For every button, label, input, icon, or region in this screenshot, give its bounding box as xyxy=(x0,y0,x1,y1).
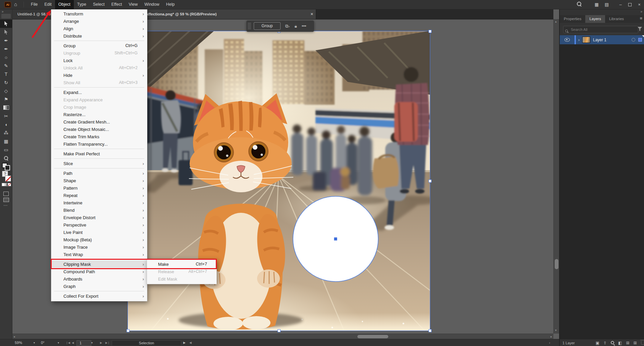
type-tool[interactable]: T xyxy=(0,70,12,78)
status-back-icon[interactable]: ◀ xyxy=(189,339,192,346)
menu-item-hide[interactable]: Hide› xyxy=(51,71,147,79)
direct-selection-tool[interactable] xyxy=(0,28,12,36)
expand-layer-icon[interactable]: › xyxy=(578,38,580,42)
arrange-documents-icon[interactable]: ▤ xyxy=(602,0,611,9)
menu-item-expand[interactable]: Expand... xyxy=(51,89,147,96)
first-artboard-icon[interactable]: ❘◀ xyxy=(66,339,70,346)
scroll-right-icon[interactable]: ▸ xyxy=(550,335,552,338)
menubar-item-effect[interactable]: Effect xyxy=(108,0,126,9)
curvature-tool[interactable]: ✒ xyxy=(0,45,12,53)
close-button[interactable]: × xyxy=(635,0,644,9)
zoom-tool[interactable] xyxy=(0,154,12,162)
collapse-panels-icon[interactable]: » xyxy=(640,10,642,13)
menu-item-envelope-distort[interactable]: Envelope Distort› xyxy=(51,214,147,221)
menu-item-lock[interactable]: Lock› xyxy=(51,57,147,64)
status-play-icon[interactable]: ▶ xyxy=(183,339,186,346)
duplicate-icon[interactable]: ⧉+ xyxy=(285,23,290,29)
make-mask-icon[interactable]: ◧ xyxy=(618,341,622,345)
menu-item-collect-for-export[interactable]: Collect For Export› xyxy=(51,292,147,300)
lock-icon[interactable]: 🔒︎ xyxy=(295,23,297,29)
selection-handle-bottom-left[interactable] xyxy=(127,329,130,332)
selection-handle-bottom-center[interactable] xyxy=(278,329,281,332)
menu-item-mockup-beta[interactable]: Mockup (Beta)› xyxy=(51,236,147,243)
group-button[interactable]: Group xyxy=(254,22,281,30)
panel-tab-libraries[interactable]: Libraries xyxy=(605,15,628,23)
search-input[interactable] xyxy=(563,26,638,33)
search-icon[interactable] xyxy=(575,0,583,9)
menu-item-rasterize[interactable]: Rasterize... xyxy=(51,111,147,118)
selection-tool[interactable] xyxy=(0,19,12,28)
menu-item-create-object-mosaic[interactable]: Create Object Mosaic... xyxy=(51,126,147,133)
menu-item-create-gradient-mesh[interactable]: Create Gradient Mesh... xyxy=(51,118,147,126)
scroll-left-icon[interactable]: ◂ xyxy=(13,335,15,338)
menu-item-distribute[interactable]: Distribute› xyxy=(51,32,147,40)
close-tab-icon[interactable]: × xyxy=(310,9,313,19)
eyedropper-tool[interactable]: ◖ xyxy=(0,120,12,129)
artboard-number[interactable]: 1 xyxy=(77,340,91,346)
gradient-tool[interactable] xyxy=(0,103,12,112)
menubar-item-file[interactable]: File xyxy=(28,0,41,9)
zoom-level[interactable]: 59% xyxy=(15,339,22,346)
panel-collapse-icon[interactable]: › xyxy=(549,339,550,346)
target-circle-icon[interactable] xyxy=(632,38,635,42)
new-layer-icon[interactable]: ⊞ xyxy=(634,341,637,345)
workspace-switcher-icon[interactable]: ▦ xyxy=(592,0,601,9)
layer-thumbnail[interactable] xyxy=(582,37,590,43)
zoom-dropdown-icon[interactable]: ▾ xyxy=(34,339,35,346)
scroll-up-icon[interactable]: ▴ xyxy=(555,20,557,23)
menu-item-transform[interactable]: Transform› xyxy=(51,10,147,17)
vertical-scrollbar-thumb[interactable] xyxy=(555,259,558,269)
ellipse-tool[interactable]: ○ xyxy=(0,53,12,61)
fill-stroke-indicator[interactable] xyxy=(2,163,11,170)
vertical-scrollbar[interactable]: ▴ ▾ xyxy=(553,19,559,334)
panel-menu-icon[interactable]: ≡ xyxy=(640,16,642,21)
paintbrush-tool[interactable]: ✎ xyxy=(0,61,12,70)
menu-item-slice[interactable]: Slice› xyxy=(51,160,147,167)
menu-item-shape[interactable]: Shape› xyxy=(51,177,147,184)
tab-untitled-document[interactable]: Untitled-1 @ 58.59 xyxy=(12,9,57,19)
none-swatch[interactable] xyxy=(8,183,11,186)
menu-item-create-trim-marks[interactable]: Create Trim Marks xyxy=(51,133,147,140)
menu-item-intertwine[interactable]: Intertwine› xyxy=(51,199,147,206)
selection-handle-bottom-right[interactable] xyxy=(429,329,432,332)
artboard-tool[interactable]: ▭ xyxy=(0,145,12,154)
horizontal-scrollbar[interactable]: ◂ ▸ xyxy=(12,334,553,339)
menubar-item-edit[interactable]: Edit xyxy=(41,0,55,9)
drag-handle-icon[interactable] xyxy=(248,23,251,29)
export-icon[interactable]: ⇧ xyxy=(603,341,607,345)
menu-item-perspective[interactable]: Perspective› xyxy=(51,221,147,229)
menu-item-make-pixel-perfect[interactable]: Make Pixel Perfect xyxy=(51,150,147,157)
menubar-item-view[interactable]: View xyxy=(125,0,141,9)
screen-mode-icon[interactable] xyxy=(3,198,9,202)
menu-item-group[interactable]: GroupCtrl+G xyxy=(51,42,147,49)
restore-button[interactable] xyxy=(626,0,634,9)
artwork-image[interactable] xyxy=(128,31,430,331)
rotation-value[interactable]: 0° xyxy=(41,339,45,346)
knife-tool[interactable]: ✂ xyxy=(0,112,12,120)
search-icon[interactable] xyxy=(611,341,614,345)
new-sublayer-icon[interactable]: ⊞ xyxy=(626,341,629,345)
menubar-item-object[interactable]: Object xyxy=(55,0,74,9)
previous-artboard-icon[interactable]: ◀ xyxy=(72,339,74,346)
edit-toolbar-icon[interactable]: ⋯ xyxy=(3,203,7,208)
visibility-eye-icon[interactable] xyxy=(564,38,570,42)
stroke-none-swatch[interactable] xyxy=(5,176,11,182)
scroll-down-icon[interactable]: ▾ xyxy=(555,329,557,332)
draw-mode-icon[interactable] xyxy=(3,192,9,196)
menubar-item-help[interactable]: Help xyxy=(163,0,178,9)
menu-item-text-wrap[interactable]: Text Wrap› xyxy=(51,251,147,258)
expand-panel-icon[interactable]: » xyxy=(2,10,3,13)
menu-item-image-trace[interactable]: Image Trace› xyxy=(51,243,147,251)
minimize-button[interactable]: – xyxy=(616,0,625,9)
menu-item-blend[interactable]: Blend› xyxy=(51,206,147,214)
menu-item-arrange[interactable]: Arrange› xyxy=(51,17,147,25)
menu-item-compound-path[interactable]: Compound Path› xyxy=(51,268,147,275)
menu-item-flatten-transparency[interactable]: Flatten Transparency... xyxy=(51,140,147,148)
next-artboard-icon[interactable]: ▶ xyxy=(100,339,102,346)
horizontal-scrollbar-thumb[interactable] xyxy=(357,335,388,338)
menubar-item-type[interactable]: Type xyxy=(74,0,90,9)
rotate-tool[interactable]: ↻ xyxy=(0,78,12,87)
menu-item-graph[interactable]: Graph› xyxy=(51,283,147,290)
menubar-item-window[interactable]: Window xyxy=(141,0,162,9)
panel-tab-properties[interactable]: Properties xyxy=(560,15,585,23)
